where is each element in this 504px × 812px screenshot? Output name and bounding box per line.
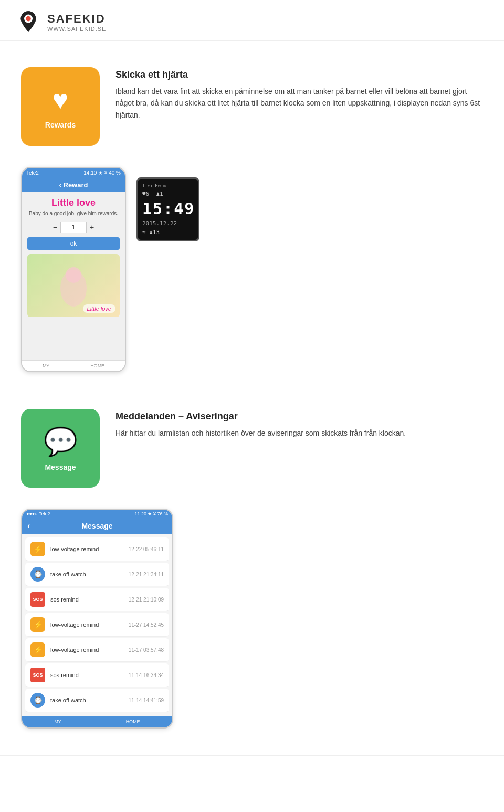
phone-content: Little love Baby do a good job, give him… bbox=[22, 192, 125, 360]
message-phone-mockup: ●●●○ Tele2 11:20 ★ ¥ 76 % ‹ Message ⚡ lo… bbox=[21, 509, 173, 729]
take-off-icon-1: ⌚ bbox=[30, 567, 45, 582]
reward-decoration bbox=[52, 262, 94, 309]
msg-statusbar-left: ●●●○ Tele2 bbox=[26, 511, 50, 516]
message-item-title-1: take off watch bbox=[50, 571, 117, 577]
screenshots-area: Tele2 14:10 ★ ¥ 40 % ‹ Reward Little lov… bbox=[0, 167, 504, 383]
message-title: Meddelanden – Aviseringar bbox=[116, 411, 483, 422]
nav-my[interactable]: MY bbox=[43, 363, 50, 368]
phone-header-back: ‹ bbox=[59, 181, 61, 189]
message-item-title-3: low-voltage remind bbox=[50, 621, 117, 628]
message-list: ⚡ low-voltage remind 12-22 05:46:11 ⌚ ta… bbox=[22, 534, 172, 716]
reward-ok-button[interactable]: ok bbox=[27, 237, 120, 250]
reward-title: Little love bbox=[27, 197, 120, 208]
reward-input-value: 1 bbox=[72, 224, 76, 231]
svg-point-4 bbox=[66, 267, 81, 283]
watch-stats: ♥6 ♟1 bbox=[142, 191, 194, 197]
rewards-icon-box: ♥ Rewards bbox=[21, 67, 100, 146]
message-item-content-3: low-voltage remind bbox=[50, 621, 117, 628]
message-item-time-3: 11-27 14:52:45 bbox=[122, 622, 164, 628]
logo-text-block: SAFEKID WWW.SAFEKID.SE bbox=[47, 12, 106, 32]
message-item-title-5: sos remind bbox=[50, 672, 117, 678]
message-description: Här hittar du larmlistan och histortiken… bbox=[116, 427, 483, 439]
message-statusbar: ●●●○ Tele2 11:20 ★ ¥ 76 % bbox=[22, 510, 172, 518]
sos-icon-2: SOS bbox=[30, 592, 45, 607]
message-item-content-6: take off watch bbox=[50, 697, 117, 703]
message-item-title-4: low-voltage remind bbox=[50, 647, 117, 653]
top-divider bbox=[0, 40, 504, 41]
message-description-block: Meddelanden – Aviseringar Här hittar du … bbox=[116, 409, 483, 439]
message-item[interactable]: ⌚ take off watch 12-21 21:34:11 bbox=[25, 563, 169, 586]
low-voltage-icon-0: ⚡ bbox=[30, 542, 45, 556]
rewards-description-block: Skicka ett hjärta Ibland kan det vara fi… bbox=[116, 67, 483, 121]
reward-input-box[interactable]: 1 bbox=[60, 222, 87, 233]
logo-icon bbox=[16, 9, 41, 35]
message-item-time-1: 12-21 21:34:11 bbox=[122, 572, 164, 577]
message-section: 💬 Message Meddelanden – Aviseringar Här … bbox=[0, 398, 504, 498]
message-item[interactable]: SOS sos remind 12-21 21:10:09 bbox=[25, 588, 169, 611]
watch-display: T ↑↓ E⊙ ▭ ♥6 ♟1 15:49 2015.12.22 ≈ ♟13 bbox=[136, 177, 200, 241]
reward-input-row: − 1 + bbox=[27, 222, 120, 233]
phone-header-title: Reward bbox=[64, 181, 88, 189]
low-voltage-icon-3: ⚡ bbox=[30, 617, 45, 632]
message-item-content-1: take off watch bbox=[50, 571, 117, 577]
rewards-phone-mockup: Tele2 14:10 ★ ¥ 40 % ‹ Reward Little lov… bbox=[21, 167, 126, 372]
rewards-description: Ibland kan det vara fint att skicka en p… bbox=[116, 86, 483, 121]
svg-point-2 bbox=[26, 16, 31, 22]
watch-date: 2015.12.22 bbox=[142, 220, 194, 227]
header: SAFEKID WWW.SAFEKID.SE bbox=[0, 0, 504, 40]
message-item-time-5: 11-14 16:34:34 bbox=[122, 672, 164, 678]
message-item[interactable]: ⚡ low-voltage remind 11-17 03:57:48 bbox=[25, 638, 169, 662]
message-item-content-5: sos remind bbox=[50, 672, 117, 678]
message-back-icon[interactable]: ‹ bbox=[27, 521, 30, 531]
logo-subtitle: WWW.SAFEKID.SE bbox=[47, 26, 106, 32]
watch-top-icons: T ↑↓ E⊙ ▭ bbox=[142, 183, 194, 188]
watch-bottom: ≈ ♟13 bbox=[142, 229, 194, 236]
sos-icon-5: SOS bbox=[30, 668, 45, 682]
phone-statusbar: Tele2 14:10 ★ ¥ 40 % bbox=[22, 168, 125, 178]
message-item[interactable]: ⌚ take off watch 11-14 14:41:59 bbox=[25, 689, 169, 712]
rewards-section: ♥ Rewards Skicka ett hjärta Ibland kan d… bbox=[0, 57, 504, 156]
msg-statusbar-right: 11:20 ★ ¥ 76 % bbox=[134, 511, 168, 516]
message-item-title-2: sos remind bbox=[50, 596, 117, 603]
message-label: Message bbox=[45, 463, 76, 471]
reward-image-area: Little love bbox=[27, 254, 120, 317]
message-icon-box: 💬 Message bbox=[21, 409, 100, 488]
message-item-time-6: 11-14 14:41:59 bbox=[122, 698, 164, 703]
watch-time: 15:49 bbox=[142, 199, 194, 218]
message-item-title-0: low-voltage remind bbox=[50, 546, 117, 552]
message-item-time-2: 12-21 21:10:09 bbox=[122, 597, 164, 603]
message-bottom-nav: MY HOME bbox=[22, 716, 172, 727]
message-item-content-0: low-voltage remind bbox=[50, 546, 117, 552]
message-icon: 💬 bbox=[44, 426, 78, 458]
message-item-title-6: take off watch bbox=[50, 697, 117, 703]
reward-subtitle: Baby do a good job, give him rewards. bbox=[27, 210, 120, 216]
message-item-time-4: 11-17 03:57:48 bbox=[122, 647, 164, 653]
message-item-content-2: sos remind bbox=[50, 596, 117, 603]
message-item[interactable]: ⚡ low-voltage remind 12-22 05:46:11 bbox=[25, 537, 169, 561]
rewards-title: Skicka ett hjärta bbox=[116, 69, 483, 80]
heart-icon: ♥ bbox=[52, 84, 69, 115]
message-item[interactable]: ⚡ low-voltage remind 11-27 14:52:45 bbox=[25, 613, 169, 637]
take-off-icon-6: ⌚ bbox=[30, 693, 45, 708]
statusbar-left: Tele2 bbox=[26, 170, 39, 176]
message-item-time-0: 12-22 05:46:11 bbox=[122, 546, 164, 552]
message-item[interactable]: SOS sos remind 11-14 16:34:34 bbox=[25, 663, 169, 687]
minus-icon[interactable]: − bbox=[53, 223, 57, 231]
plus-icon[interactable]: + bbox=[90, 223, 94, 231]
logo-title: SAFEKID bbox=[47, 12, 106, 26]
statusbar-right: 14:10 ★ ¥ 40 % bbox=[83, 170, 121, 176]
message-header-bar: ‹ Message bbox=[22, 518, 172, 534]
phone-bottom-nav: MY HOME bbox=[22, 360, 125, 371]
phone-header: ‹ Reward bbox=[22, 178, 125, 192]
nav-home[interactable]: HOME bbox=[90, 363, 104, 368]
bottom-divider bbox=[0, 755, 504, 756]
low-voltage-icon-4: ⚡ bbox=[30, 642, 45, 657]
msg-nav-home[interactable]: HOME bbox=[126, 719, 140, 724]
reward-love-label: Little love bbox=[83, 304, 116, 313]
message-header-title: Message bbox=[81, 522, 112, 530]
message-screenshot-section: ●●●○ Tele2 11:20 ★ ¥ 76 % ‹ Message ⚡ lo… bbox=[0, 509, 504, 744]
message-item-content-4: low-voltage remind bbox=[50, 647, 117, 653]
rewards-label: Rewards bbox=[45, 121, 76, 129]
msg-nav-my[interactable]: MY bbox=[54, 719, 61, 724]
